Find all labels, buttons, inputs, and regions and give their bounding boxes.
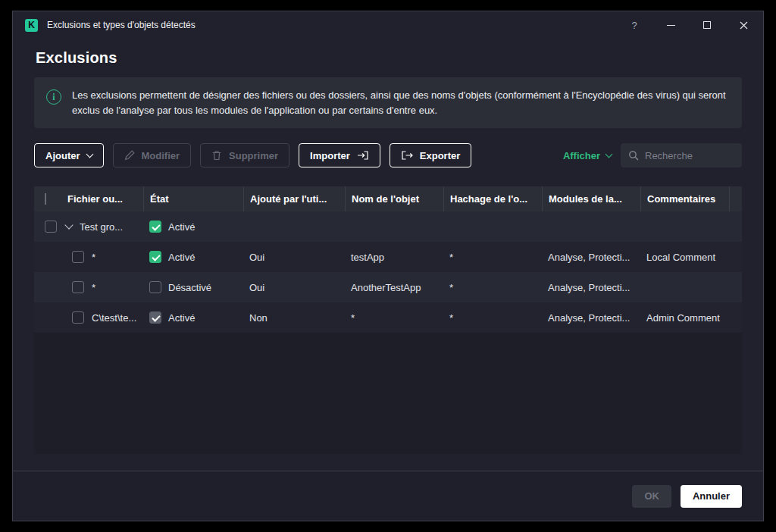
modules-cell: Analyse, Protecti...: [542, 282, 640, 293]
state-checkbox[interactable]: [149, 251, 161, 263]
object-name-cell: *: [345, 312, 443, 324]
modules-cell: Analyse, Protecti...: [542, 252, 640, 263]
delete-button[interactable]: Supprimer: [200, 143, 289, 167]
state-label: Désactivé: [168, 282, 211, 293]
state-label: Activé: [168, 312, 195, 324]
column-header-filler: [729, 186, 742, 211]
toolbar: Ajouter Modifier Supprimer Importer Expo…: [34, 143, 742, 167]
state-label: Activé: [168, 221, 195, 233]
app-window: K Exclusions et types d'objets détectés …: [12, 11, 764, 521]
table-row[interactable]: C\test\te... Activé Non * * Analyse, Pro…: [34, 302, 742, 333]
maximize-button[interactable]: [699, 17, 715, 33]
info-icon: i: [46, 89, 61, 105]
column-header-hash[interactable]: Hachage de l'o...: [443, 186, 542, 211]
file-cell: *: [92, 282, 95, 293]
search-input[interactable]: [645, 150, 728, 161]
column-header-added-by-user[interactable]: Ajouté par l'uti...: [243, 186, 345, 211]
added-by-user-cell: Non: [243, 312, 345, 324]
state-label: Activé: [168, 252, 195, 263]
help-button[interactable]: ?: [627, 17, 642, 33]
chevron-down-icon: [86, 150, 93, 158]
added-by-user-cell: Oui: [243, 282, 345, 293]
collapse-chevron-icon[interactable]: [64, 221, 73, 229]
trash-icon: [211, 150, 222, 161]
table-empty-area: [34, 333, 742, 454]
row-checkbox[interactable]: [45, 221, 57, 233]
titlebar: K Exclusions et types d'objets détectés …: [13, 11, 763, 39]
footer: OK Annuler: [13, 471, 763, 521]
comment-cell: Admin Comment: [640, 312, 729, 324]
hash-cell: *: [443, 312, 542, 324]
hash-cell: *: [443, 282, 542, 293]
import-icon: [357, 150, 369, 161]
content: Exclusions i Les exclusions permettent d…: [13, 39, 763, 471]
state-checkbox[interactable]: [149, 221, 161, 233]
add-button[interactable]: Ajouter: [34, 143, 104, 167]
page-title: Exclusions: [36, 49, 742, 67]
column-header-object-name[interactable]: Nom de l'objet: [345, 186, 443, 211]
modify-button[interactable]: Modifier: [113, 143, 192, 167]
row-checkbox[interactable]: [72, 311, 84, 324]
maximize-icon: [703, 21, 711, 29]
file-cell: C\test\te...: [92, 312, 136, 324]
close-button[interactable]: [736, 17, 751, 33]
hash-cell: *: [443, 252, 542, 263]
kaspersky-logo-icon: K: [25, 19, 38, 32]
export-button[interactable]: Exporter: [390, 143, 471, 167]
table-group-row[interactable]: Test gro... Activé: [34, 211, 742, 242]
object-name-cell: AnotherTestApp: [345, 282, 443, 293]
state-checkbox[interactable]: [149, 311, 161, 324]
chevron-down-icon: [605, 150, 613, 158]
column-header-modules[interactable]: Modules de la...: [542, 186, 640, 211]
export-icon: [401, 150, 413, 161]
close-icon: [740, 21, 748, 30]
column-header-file[interactable]: Fichier ou...: [61, 193, 143, 205]
help-icon: ?: [631, 20, 637, 31]
object-name-cell: testApp: [345, 252, 443, 263]
column-header-comments[interactable]: Commentaires: [640, 186, 729, 211]
table-row[interactable]: * Activé Oui testApp * Analyse, Protecti…: [34, 242, 742, 272]
state-checkbox[interactable]: [149, 281, 161, 293]
ok-button[interactable]: OK: [632, 485, 671, 508]
table-row[interactable]: * Désactivé Oui AnotherTestApp * Analyse…: [34, 272, 742, 302]
show-filter-button[interactable]: Afficher: [563, 150, 612, 161]
search-box: [621, 143, 742, 167]
cancel-button[interactable]: Annuler: [681, 485, 742, 508]
comment-cell: Local Comment: [640, 252, 729, 263]
exclusions-table: Fichier ou... État Ajouté par l'uti... N…: [34, 186, 742, 454]
info-text: Les exclusions permettent de désigner de…: [72, 88, 730, 117]
select-all-checkbox[interactable]: [45, 193, 46, 205]
minimize-button[interactable]: [663, 17, 678, 33]
table-header: Fichier ou... État Ajouté par l'uti... N…: [34, 186, 742, 211]
added-by-user-cell: Oui: [243, 252, 345, 263]
file-cell: *: [92, 252, 95, 263]
info-banner: i Les exclusions permettent de désigner …: [34, 77, 742, 128]
row-checkbox[interactable]: [72, 251, 84, 263]
window-title: Exclusions et types d'objets détectés: [47, 20, 196, 30]
minimize-icon: [667, 25, 675, 26]
modules-cell: Analyse, Protecti...: [542, 312, 640, 324]
import-button[interactable]: Importer: [299, 143, 380, 167]
row-checkbox[interactable]: [72, 281, 84, 293]
search-icon: [628, 150, 639, 161]
pencil-icon: [124, 150, 135, 161]
column-header-state[interactable]: État: [143, 186, 243, 211]
group-name: Test gro...: [80, 221, 123, 233]
